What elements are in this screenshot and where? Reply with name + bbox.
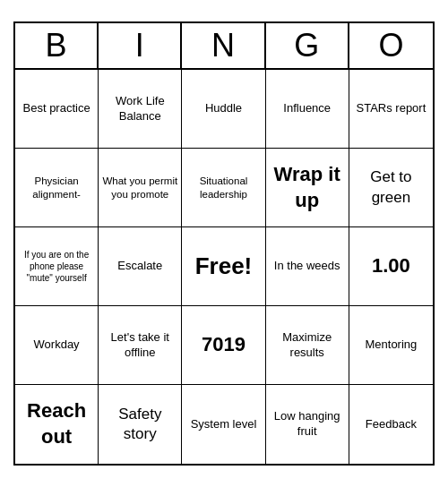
bingo-cell: Huddle — [182, 70, 265, 149]
bingo-cell: Feedback — [349, 385, 433, 464]
bingo-cell: System level — [182, 385, 265, 464]
header-letter: I — [99, 23, 182, 68]
bingo-cell: 1.00 — [349, 227, 433, 306]
bingo-cell: Free! — [182, 227, 265, 306]
bingo-card: BINGO Best practiceWork Life BalanceHudd… — [13, 21, 435, 466]
bingo-cell: Wrap it up — [266, 149, 349, 227]
bingo-cell: 7019 — [182, 306, 265, 385]
header-letter: N — [182, 23, 265, 68]
bingo-cell: Maximize results — [266, 306, 349, 385]
bingo-cell: If you are on the phone please "mute" yo… — [15, 227, 99, 306]
header-letter: B — [15, 23, 99, 68]
bingo-header: BINGO — [15, 23, 433, 70]
bingo-grid: Best practiceWork Life BalanceHuddleInfl… — [15, 70, 433, 464]
bingo-cell: Work Life Balance — [99, 70, 182, 149]
bingo-cell: Escalate — [99, 227, 182, 306]
bingo-cell: Mentoring — [349, 306, 433, 385]
header-letter: O — [349, 23, 433, 68]
bingo-cell: In the weeds — [266, 227, 349, 306]
bingo-cell: Safety story — [99, 385, 182, 464]
bingo-cell: Low hanging fruit — [266, 385, 349, 464]
bingo-cell: Let's take it offline — [99, 306, 182, 385]
bingo-cell: STARs report — [349, 70, 433, 149]
bingo-cell: Reach out — [15, 385, 99, 464]
bingo-cell: Situational leadership — [182, 149, 265, 227]
header-letter: G — [266, 23, 349, 68]
bingo-cell: What you permit you promote — [99, 149, 182, 227]
bingo-cell: Get to green — [349, 149, 433, 227]
bingo-cell: Physician alignment- — [15, 149, 99, 227]
bingo-cell: Best practice — [15, 70, 99, 149]
bingo-cell: Workday — [15, 306, 99, 385]
bingo-cell: Influence — [266, 70, 349, 149]
